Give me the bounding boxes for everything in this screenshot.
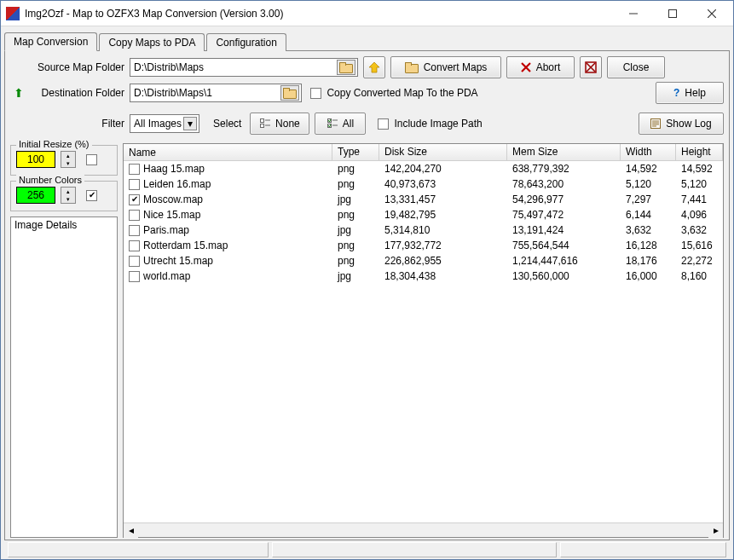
cell-type: jpg [332,193,379,206]
maximize-button[interactable] [653,1,692,26]
cell-mem: 78,643,200 [507,177,621,191]
table-row[interactable]: ✔Moscow.mapjpg13,331,45754,296,9777,2977… [124,192,723,207]
close-window-button[interactable] [692,1,731,26]
cell-height: 15,616 [676,239,723,252]
close-label: Close [623,61,650,73]
copy-pda-label: Copy Converted Map To the PDA [327,87,477,99]
close-x-button[interactable] [580,56,602,78]
row-checkbox[interactable] [129,225,140,236]
svg-rect-3 [261,124,264,128]
scroll-left-button[interactable]: ◂ [124,523,138,538]
row-checkbox[interactable] [129,164,140,175]
source-folder-label: Source Map Folder [32,61,124,73]
row-checkbox[interactable] [129,271,140,282]
cell-mem: 130,560,000 [507,269,621,283]
minimize-button[interactable] [614,1,653,26]
abort-button[interactable]: Abort [506,56,575,78]
table-row[interactable]: world.mapjpg18,304,438130,560,00016,0008… [124,268,723,284]
col-mem[interactable]: Mem Size [507,144,621,160]
source-folder-input[interactable] [132,61,337,74]
show-log-button[interactable]: Show Log [639,113,724,135]
folder-icon [339,62,353,72]
col-name[interactable]: Name [124,144,332,160]
browse-source-button[interactable] [337,60,355,75]
chevron-down-icon: ▾ [183,117,197,130]
row-checkbox[interactable] [129,210,140,221]
row-checkbox[interactable]: ✔ [129,194,140,205]
cell-name: Nice 15.map [143,209,200,221]
dest-folder-field[interactable] [130,84,302,102]
tab-copy-to-pda[interactable]: Copy Maps to PDA [99,33,205,51]
up-parent-button[interactable]: ⬆ [10,86,27,100]
content-body: Initial Resize (%) ▴▾ Number Colors ▴▾ [10,143,724,538]
cell-height: 5,120 [676,177,723,191]
colors-spinner[interactable]: ▴▾ [61,187,76,204]
window-title: Img2Ozf - Map to OZFX3 Map Conversion (V… [25,8,614,20]
colors-checkbox[interactable]: ✔ [86,190,97,201]
row-checkbox[interactable] [129,240,140,251]
col-type[interactable]: Type [332,144,379,160]
grid-body[interactable]: Haag 15.mappng142,204,270638,779,39214,5… [124,161,723,522]
cell-width: 6,144 [621,208,676,222]
question-icon: ? [673,87,679,99]
resize-spinner[interactable]: ▴▾ [61,151,76,168]
cell-name: Leiden 16.map [143,178,211,190]
paste-path-button[interactable] [363,56,385,78]
cell-disk: 13,331,457 [379,193,507,206]
table-row[interactable]: Haag 15.mappng142,204,270638,779,39214,5… [124,161,723,176]
cell-mem: 1,214,447,616 [507,254,621,268]
initial-resize-input[interactable] [16,151,55,168]
cell-disk: 40,973,673 [379,177,507,191]
table-row[interactable]: Nice 15.mappng19,482,79575,497,4726,1444… [124,207,723,222]
table-row[interactable]: Leiden 16.mappng40,973,67378,643,2005,12… [124,176,723,192]
top-controls: Source Map Folder Convert Maps Abo [10,56,724,138]
col-disk[interactable]: Disk Size [379,144,507,160]
filter-combo[interactable]: All Images ▾ [130,114,199,133]
all-label: All [343,118,354,130]
cell-height: 8,160 [676,269,723,283]
table-row[interactable]: Paris.mapjpg5,314,81013,191,4243,6323,63… [124,222,723,238]
resize-checkbox[interactable] [86,154,97,165]
table-row[interactable]: Utrecht 15.mappng226,862,9551,214,447,61… [124,253,723,268]
checked-list-icon [327,118,338,129]
row-checkbox[interactable] [129,256,140,267]
svg-rect-6 [651,119,661,129]
select-all-button[interactable]: All [315,113,366,135]
cell-disk: 177,932,772 [379,239,507,252]
cell-name: Moscow.map [143,193,203,205]
cell-height: 22,272 [676,254,723,268]
initial-resize-title: Initial Resize (%) [16,139,92,149]
cell-name: Paris.map [143,224,189,236]
help-button[interactable]: ? Help [656,82,724,104]
cell-disk: 19,482,795 [379,208,507,222]
dest-folder-input[interactable] [132,86,280,100]
row-checkbox[interactable] [129,179,140,190]
scroll-right-button[interactable]: ▸ [708,523,723,538]
cell-mem: 638,779,392 [507,162,621,176]
include-path-checkbox[interactable] [378,118,389,130]
convert-maps-button[interactable]: Convert Maps [390,56,501,78]
close-button[interactable]: Close [607,56,665,78]
client-area: Map Conversion Copy Maps to PDA Configur… [1,26,733,559]
col-height[interactable]: Height [676,144,723,160]
convert-maps-label: Convert Maps [424,61,488,73]
tab-configuration[interactable]: Configuration [206,33,286,51]
tab-map-conversion[interactable]: Map Conversion [4,32,97,51]
image-details-title: Image Details [14,219,113,231]
col-width[interactable]: Width [621,144,676,160]
unchecked-list-icon [260,118,270,129]
cell-disk: 142,204,270 [379,162,507,176]
copy-pda-checkbox[interactable] [310,88,321,99]
source-folder-field[interactable] [130,58,358,77]
cell-width: 5,120 [621,177,676,191]
table-row[interactable]: Rotterdam 15.mappng177,932,772755,564,54… [124,238,723,253]
svg-rect-2 [261,119,264,123]
cell-mem: 54,296,977 [507,193,621,206]
browse-dest-button[interactable] [280,85,299,101]
show-log-label: Show Log [666,118,711,130]
number-colors-title: Number Colors [16,175,84,185]
cell-name: Rotterdam 15.map [143,240,228,251]
select-none-button[interactable]: None [250,113,309,135]
number-colors-input[interactable] [16,187,55,204]
horizontal-scrollbar[interactable]: ◂ ▸ [124,522,723,537]
